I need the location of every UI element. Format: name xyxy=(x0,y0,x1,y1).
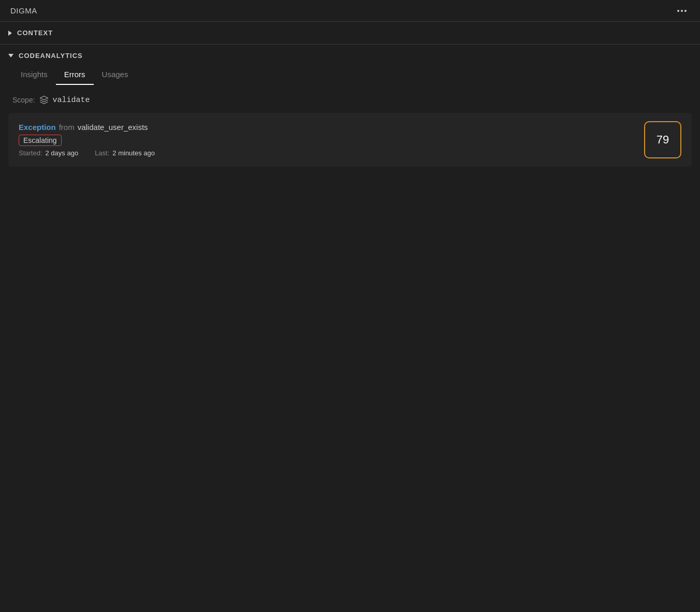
escalating-badge: Escalating xyxy=(19,135,636,146)
last-meta: Last: 2 minutes ago xyxy=(95,149,155,157)
error-source: validate_user_exists xyxy=(78,123,148,132)
started-label: Started: xyxy=(19,149,42,157)
cube-icon xyxy=(39,95,49,105)
dot1 xyxy=(677,10,679,12)
error-meta-row: Started: 2 days ago Last: 2 minutes ago xyxy=(19,149,636,157)
error-count: 79 xyxy=(657,133,669,147)
error-title-row: Exception from validate_user_exists xyxy=(19,123,636,132)
started-meta: Started: 2 days ago xyxy=(19,149,78,157)
scope-value: validate xyxy=(53,96,90,105)
codeanalytics-section-header[interactable]: CODEANALYTICS xyxy=(0,45,700,65)
codeanalytics-section: CODEANALYTICS Insights Errors Usages Sco… xyxy=(0,45,700,167)
chevron-right-icon xyxy=(8,31,12,36)
error-count-badge: 79 xyxy=(644,121,681,158)
context-section-header[interactable]: CONTEXT xyxy=(0,22,700,44)
dot2 xyxy=(681,10,683,12)
tab-usages[interactable]: Usages xyxy=(94,65,137,85)
header: DIGMA xyxy=(0,0,700,21)
dot3 xyxy=(684,10,687,12)
tab-errors[interactable]: Errors xyxy=(56,65,94,85)
tabs-container: Insights Errors Usages xyxy=(0,65,700,85)
error-from-text: from xyxy=(59,123,75,132)
last-label: Last: xyxy=(95,149,109,157)
error-card[interactable]: Exception from validate_user_exists Esca… xyxy=(8,113,692,167)
app-title: DIGMA xyxy=(10,6,37,15)
scope-row: Scope: validate xyxy=(0,91,700,113)
tab-insights[interactable]: Insights xyxy=(12,65,56,85)
exception-link[interactable]: Exception xyxy=(19,123,56,132)
last-value: 2 minutes ago xyxy=(112,149,155,157)
codeanalytics-section-label: CODEANALYTICS xyxy=(19,52,83,60)
scope-label: Scope: xyxy=(12,96,35,104)
chevron-down-icon xyxy=(8,54,13,57)
started-value: 2 days ago xyxy=(46,149,79,157)
context-section-label: CONTEXT xyxy=(17,29,53,37)
app-container: DIGMA CONTEXT CODEANALYTICS Insights xyxy=(0,0,700,612)
error-card-content: Exception from validate_user_exists Esca… xyxy=(19,123,636,157)
more-options-button[interactable] xyxy=(674,8,690,14)
